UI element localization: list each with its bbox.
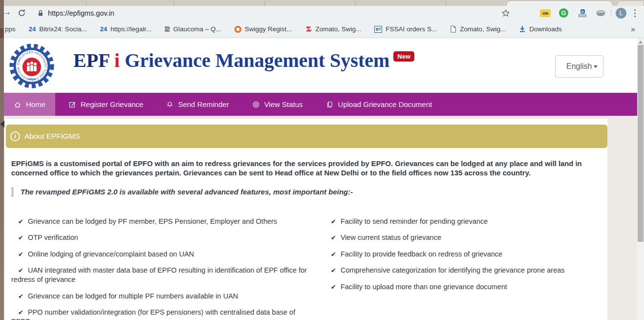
about-banner-title: About EPFiGMS — [24, 132, 80, 141]
scrollbar-thumb[interactable] — [638, 45, 644, 242]
bookmark-zomato[interactable]: Zomato, Swig... — [305, 25, 362, 33]
browser-toolbar: → https://epfigms.gov.in ON G a — [0, 6, 644, 21]
features-left-column: ✔Grievance can be lodged by PF member, E… — [11, 210, 313, 320]
features-columns: ✔Grievance can be lodged by PF member, E… — [11, 210, 607, 320]
feature-item: ✔UAN integrated with master data base of… — [11, 266, 313, 284]
check-icon: ✔ — [18, 267, 23, 274]
check-icon: ✔ — [331, 251, 336, 258]
bookmark-downloads[interactable]: Downloads — [519, 25, 562, 33]
screen: → https://epfigms.gov.in ON G a — [0, 0, 644, 320]
feature-item: ✔Comprehensive categorization for identi… — [324, 266, 578, 275]
page-scrollbar[interactable] — [637, 38, 644, 320]
webmd-favicon: WbMD — [165, 26, 170, 32]
feature-item: ✔Facility to provide feedback on redress… — [324, 250, 578, 259]
feature-item: ✔Facility to send reminder for pending g… — [324, 217, 578, 226]
feature-item: ✔Grievance can be lodged by PF member, E… — [11, 217, 313, 226]
main-nav: Home Register Grievance Send Reminder — [0, 93, 637, 116]
chevron-down-icon — [594, 65, 598, 68]
new-badge: New — [393, 51, 414, 62]
grammarly-extension-button[interactable]: G — [559, 8, 568, 18]
bookmarks-overflow-chevron[interactable]: » — [631, 21, 635, 38]
bookmark-apps[interactable]: pps — [5, 25, 16, 33]
tab-divider — [86, 1, 86, 6]
profile-avatar[interactable]: L — [616, 8, 626, 19]
tab-strip[interactable] — [0, 0, 644, 6]
content-background: i About EPFiGMS EPFiGMS is a customised … — [0, 116, 637, 320]
tab-divider — [174, 1, 174, 6]
svg-text:INDIA: INDIA — [28, 78, 36, 81]
check-icon: ✔ — [18, 293, 23, 300]
scroll-up-arrow[interactable] — [639, 41, 643, 43]
nav-item-upload-grievance-document[interactable]: Upload Grievance Document — [316, 93, 442, 116]
bookmarks-bar: pps 24 Bitrix24: Socia... 24 https://leg… — [0, 21, 644, 38]
page-title: EPF i Grievance Management SystemNew — [73, 50, 414, 71]
revamp-quote: The revamped EPFiGMS 2.0 is available wi… — [11, 187, 607, 197]
download-icon — [519, 25, 526, 33]
browser-menu-button[interactable] — [634, 9, 636, 17]
bookmark-swiggy[interactable]: Swiggy Regist... — [235, 25, 292, 33]
upload-document-icon — [326, 101, 334, 108]
page-icon — [450, 25, 456, 33]
site-header: EMPLOYEES PROVIDENT FUND ORGANISATION IN… — [0, 38, 637, 93]
bookmark-bitrix24[interactable]: 24 Bitrix24: Socia... — [29, 25, 87, 33]
feature-item: ✔View current status of grievance — [324, 233, 578, 242]
lock-icon[interactable] — [37, 9, 44, 19]
a-badge-icon: a — [580, 9, 585, 14]
desktop-edge-strip — [0, 0, 4, 320]
check-icon: ✔ — [18, 251, 23, 258]
info-icon: i — [10, 131, 20, 141]
epfo-logo: EMPLOYEES PROVIDENT FUND ORGANISATION IN… — [6, 42, 57, 93]
reload-icon — [18, 9, 26, 17]
bt-favicon: BT — [374, 26, 382, 33]
nav-item-view-status[interactable]: View Status — [242, 93, 313, 116]
ruler-icon — [579, 14, 586, 17]
legalr-favicon: 24 — [100, 25, 107, 33]
zomato-favicon — [305, 26, 312, 33]
bookmark-webmd-glaucoma[interactable]: WbMD Glaucoma – Q... — [165, 25, 221, 33]
register-icon — [68, 101, 76, 108]
bookmark-legalr[interactable]: 24 https://legalr... — [100, 25, 152, 33]
check-icon: ✔ — [18, 234, 23, 241]
feature-item: ✔OTP verification — [11, 233, 313, 242]
eye-icon — [252, 101, 260, 108]
feature-item: ✔Online lodging of grievance/complaint b… — [11, 250, 313, 259]
bell-icon — [166, 101, 173, 108]
reload-button[interactable] — [18, 9, 26, 19]
check-icon: ✔ — [331, 234, 336, 241]
cylinder-extension-button[interactable] — [596, 8, 605, 18]
features-right-column: ✔Facility to send reminder for pending g… — [324, 210, 607, 320]
feature-item: ✔Grievance can be lodged for multiple PF… — [11, 292, 313, 301]
address-bar[interactable]: https://epfigms.gov.in — [48, 6, 114, 21]
check-icon: ✔ — [331, 283, 336, 291]
about-card: i About EPFiGMS EPFiGMS is a customised … — [5, 119, 607, 320]
nav-item-home[interactable]: Home — [4, 93, 55, 116]
font-size-extension-button[interactable]: a — [578, 8, 587, 18]
panel-reveal-arrow[interactable] — [0, 121, 4, 128]
forward-button[interactable]: → — [3, 7, 11, 17]
check-icon: ✔ — [18, 218, 23, 225]
feature-item: ✔Facility to upload more than one grieva… — [324, 282, 578, 292]
bitrix24-favicon: 24 — [29, 25, 36, 33]
home-icon — [14, 101, 21, 108]
toolbar-separator — [611, 9, 611, 17]
bookmark-zomato-doc[interactable]: Zomato, Swig... — [450, 25, 506, 33]
feature-item: ✔PPO number validation/integration (for … — [11, 308, 313, 320]
tab-divider — [446, 1, 446, 6]
check-icon: ✔ — [331, 267, 336, 274]
swiggy-favicon — [235, 26, 241, 33]
nav-item-register-grievance[interactable]: Register Grievance — [59, 93, 153, 116]
bookmark-fssai[interactable]: BT FSSAI orders S... — [374, 25, 437, 33]
check-icon: ✔ — [18, 309, 23, 316]
page-viewport: EMPLOYEES PROVIDENT FUND ORGANISATION IN… — [0, 38, 637, 320]
check-icon: ✔ — [331, 218, 336, 225]
intro-paragraph: EPFiGMS is a customised portal of EPFO w… — [11, 159, 593, 177]
tab-divider — [355, 1, 356, 6]
tab-divider — [264, 1, 265, 6]
nav-item-send-reminder[interactable]: Send Reminder — [156, 93, 238, 116]
language-select[interactable]: English — [555, 55, 603, 78]
extension-on-button[interactable]: ON — [540, 9, 551, 17]
bookmark-star-button[interactable] — [501, 9, 510, 20]
about-banner: i About EPFiGMS — [6, 125, 607, 148]
